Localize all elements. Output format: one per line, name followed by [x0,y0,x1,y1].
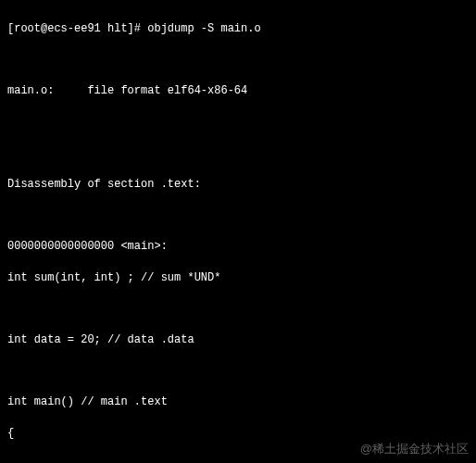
symbol-header: 0000000000000000 <main>: [7,239,469,255]
decl-main: int main() // main .text [7,394,469,410]
brace-open: { [7,426,469,442]
decl-data: int data = 20; // data .data [7,332,469,348]
terminal-output: [root@ecs-ee91 hlt]# objdump -S main.o m… [0,0,476,463]
file-info: main.o: file format elf64-x86-64 [7,83,469,99]
disassembly-title: Disassembly of section .text: [7,177,469,193]
shell-prompt: [root@ecs-ee91 hlt]# objdump -S main.o [7,21,469,37]
decl-sum: int sum(int, int) ; // sum *UND* [7,270,469,286]
watermark-text: @稀土掘金技术社区 [360,441,469,457]
